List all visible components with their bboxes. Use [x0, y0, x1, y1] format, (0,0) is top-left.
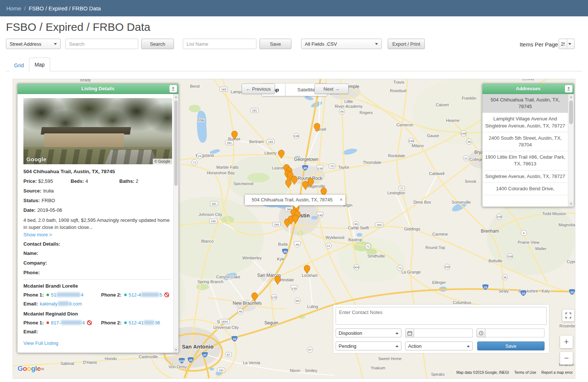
map-city-label: Sweet Home — [378, 356, 402, 361]
map-city-label: Canyon Lake — [216, 275, 240, 279]
close-icon[interactable]: × — [340, 197, 343, 203]
map-city-label: Leona — [523, 79, 534, 81]
collapse-panel-icon[interactable] — [169, 85, 177, 93]
map-city-label: Franklin — [462, 96, 476, 100]
address-list-item[interactable]: 2400 South 5th Street, Austin, TX, 78704 — [482, 132, 568, 151]
phone1-link[interactable]: 817-4 — [51, 320, 85, 326]
route-shield: 1604 — [220, 319, 229, 324]
map-city-label: Von Ormy — [169, 365, 187, 369]
divider — [23, 279, 171, 280]
clock-icon[interactable] — [476, 328, 485, 337]
map-city-label: Rosebud — [390, 88, 406, 93]
svg-text:21: 21 — [465, 157, 468, 160]
map-city-label: Wimberley — [242, 256, 262, 260]
address-list-item[interactable]: 504 Chihuahua Trail, Austin, TX, 78745 — [482, 94, 568, 113]
route-shield: 159 — [507, 254, 513, 259]
collapse-panel-icon[interactable] — [565, 85, 572, 93]
search-field-select[interactable]: Street Address — [6, 39, 61, 49]
breadcrumb-home-link[interactable]: Home — [6, 5, 21, 12]
svg-text:190: 190 — [408, 139, 414, 143]
zoom-in-button[interactable]: + — [560, 336, 573, 348]
scroll-up-icon[interactable]: ▲ — [174, 94, 178, 100]
terms-of-use-link[interactable]: Terms of Use — [514, 370, 536, 375]
contact-name: Mcdaniel Reginald Dion — [23, 311, 173, 317]
listing-details-panel: Listing Details Google © Google 504 Chih… — [17, 83, 179, 353]
previous-listing-button[interactable]: ← Previous — [242, 84, 275, 94]
scroll-down-icon[interactable]: ▼ — [568, 201, 574, 207]
google-logo[interactable]: Google — [17, 365, 41, 373]
svg-text:71: 71 — [366, 245, 370, 248]
addresses-scrollbar[interactable]: ▲ ▼ — [568, 94, 574, 207]
map-city-label: Caldwell — [429, 171, 445, 176]
contact-email-row: Email: kalenalyil.com — [23, 301, 173, 307]
save-note-button[interactable]: Save — [477, 341, 545, 350]
view-full-listing-link[interactable]: View Full Listing — [23, 340, 58, 346]
map-city-label: Tow — [197, 118, 204, 122]
save-list-button[interactable]: Save — [259, 39, 291, 49]
address-list-item[interactable]: Lamplight Village Avenue And Singletree … — [482, 113, 568, 132]
next-listing-button[interactable]: Next → — [314, 84, 349, 94]
search-button[interactable]: Search — [141, 39, 174, 49]
listing-details-title: Listing Details — [81, 86, 114, 91]
chevron-down-icon — [568, 43, 571, 45]
tab-map[interactable]: Map — [29, 58, 50, 71]
pending-select[interactable]: Pending — [336, 341, 401, 350]
map-city-label: Hondo — [105, 356, 117, 361]
show-more-link[interactable]: Show more > — [23, 232, 52, 237]
phone2-link[interactable]: 512-45 — [129, 292, 162, 298]
phone-status-dot-teal — [124, 321, 127, 324]
route-shield: 95 — [353, 221, 359, 227]
address-list-item[interactable]: 1900 Little Elm Trail #86, Cedar Park, T… — [482, 151, 568, 170]
source-value: trulia — [43, 188, 54, 194]
map-city-label: Todd Mission — [542, 211, 566, 216]
report-map-error-link[interactable]: Report a map error — [542, 370, 573, 375]
date-value: 2019-05-06 — [38, 207, 62, 213]
route-shield: 183 — [267, 139, 275, 144]
contact-phones-row: Phone 1: 514 Phone 2: 512-45 — [23, 292, 173, 298]
svg-text:35: 35 — [304, 166, 307, 170]
listing-scrollbar[interactable]: ▲ ▼ — [173, 94, 178, 353]
scrollbar-thumb[interactable] — [569, 100, 573, 124]
scroll-down-icon[interactable]: ▼ — [174, 347, 178, 353]
svg-text:123: 123 — [271, 296, 277, 299]
calendar-icon[interactable] — [405, 328, 414, 337]
followup-time-input[interactable] — [485, 328, 545, 337]
scroll-up-icon[interactable]: ▲ — [568, 94, 574, 100]
disposition-select[interactable]: Disposition — [336, 328, 401, 337]
route-shield: 79 — [329, 164, 335, 168]
list-name-input[interactable] — [183, 39, 256, 49]
map-city-label: Dime Box — [413, 200, 431, 204]
export-print-button[interactable]: Export / Print — [388, 39, 425, 49]
search-input[interactable] — [65, 39, 138, 49]
photo-copyright: © Google — [153, 159, 172, 164]
followup-date-input[interactable] — [414, 328, 473, 337]
map-city-label: Blanco — [201, 239, 214, 243]
svg-text:36: 36 — [468, 140, 471, 143]
svg-text:79: 79 — [330, 165, 334, 168]
items-per-page-select[interactable]: 25 — [559, 39, 575, 49]
scrollbar-thumb[interactable] — [174, 100, 178, 186]
action-select[interactable]: Action — [405, 341, 473, 350]
tab-grid[interactable]: Grid — [10, 59, 28, 71]
address-list-item[interactable]: 1400 Colorado Bend Drive, — [482, 183, 568, 195]
route-shield: 281 — [210, 201, 218, 206]
page-title: FSBO / Expired / FRBO Data — [6, 21, 150, 33]
export-format-select[interactable]: All Fields .CSV — [301, 39, 382, 49]
route-shield: 97 — [307, 347, 313, 353]
map-canvas[interactable]: BradyBendLampasasTempleBeltonTravisRoseb… — [13, 79, 575, 378]
email-link[interactable]: kalenalyil.com — [40, 301, 82, 307]
address-list-item[interactable]: Singletree Avenue, Austin, TX, 78727 — [482, 171, 568, 183]
listing-photo[interactable]: Google © Google — [23, 98, 172, 164]
beds-label: Beds: — [71, 178, 84, 184]
contact-details-label: Contact Details: — [23, 241, 173, 247]
zoom-out-button[interactable]: − — [560, 352, 573, 365]
map-city-label: Cypress — [567, 259, 575, 264]
contact-notes-textarea[interactable] — [336, 307, 547, 325]
phone2-link[interactable]: 512-4136 — [129, 320, 160, 326]
fsbo-app: Home / FSBO / Expired / FRBO Data FSBO /… — [0, 0, 588, 382]
redacted-digits — [56, 292, 80, 297]
contact-name: Mcdaniel Brandi Lorelle — [23, 283, 173, 289]
route-shield: 36 — [466, 139, 472, 145]
phone1-link[interactable]: 514 — [51, 292, 84, 298]
fullscreen-button[interactable] — [562, 310, 574, 321]
